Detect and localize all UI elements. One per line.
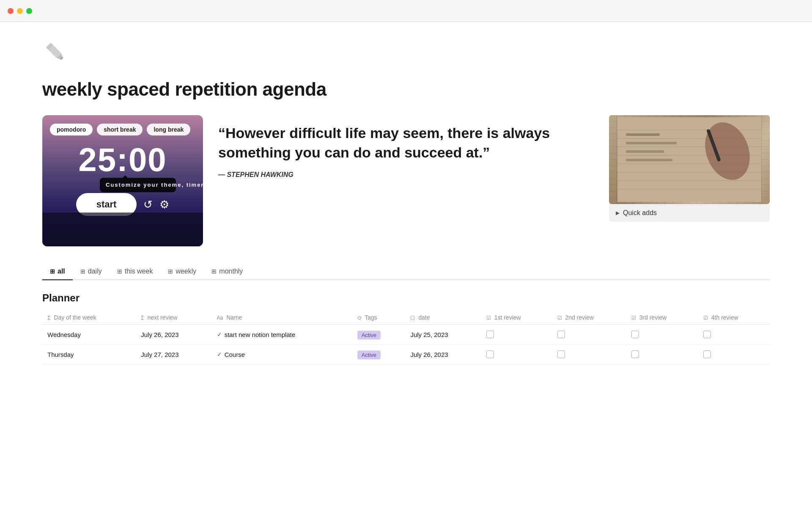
tab-monthly[interactable]: ⊞ monthly xyxy=(204,263,250,280)
pomodoro-settings-button[interactable]: ⚙ xyxy=(159,199,169,210)
svg-rect-14 xyxy=(626,142,677,144)
cell-name-2: ✓ Course xyxy=(212,345,352,364)
titlebar xyxy=(0,0,812,22)
col-next-review: Σ next review xyxy=(136,311,211,325)
tab-this-week-label: this week xyxy=(125,268,153,275)
cell-r2-2[interactable] xyxy=(552,345,626,364)
cell-tag-1: Active xyxy=(352,325,406,345)
col-date: ☐ date xyxy=(405,311,481,325)
quote-author: — STEPHEN HAWKING xyxy=(218,171,594,179)
svg-rect-15 xyxy=(626,150,664,153)
tag-active-1: Active xyxy=(357,331,381,340)
planner-section: Planner Σ Day of the week Σ next review … xyxy=(42,292,770,364)
cell-day-2: Thursday xyxy=(42,345,136,364)
col-name: Aa Name xyxy=(212,311,352,325)
table-row: Thursday July 27, 2023 ✓ Course Active J… xyxy=(42,345,770,364)
tab-all-icon: ⊞ xyxy=(50,268,55,275)
tab-pomodoro[interactable]: pomodoro xyxy=(50,124,93,135)
pomodoro-tabs: pomodoro short break long break xyxy=(42,115,203,135)
svg-rect-16 xyxy=(626,159,672,161)
cell-next-review-1: July 26, 2023 xyxy=(136,325,211,345)
cell-r1-2[interactable] xyxy=(481,345,552,364)
pen-icon-area xyxy=(42,39,770,66)
maximize-button[interactable] xyxy=(26,8,32,14)
tab-short-break[interactable]: short break xyxy=(97,124,143,135)
col-tags: ⊙ Tags xyxy=(352,311,406,325)
pomodoro-widget: pomodoro short break long break 25:00 Cu… xyxy=(42,115,203,246)
checkbox-r4-2[interactable] xyxy=(703,351,711,358)
tab-this-week-icon: ⊞ xyxy=(117,268,122,275)
cell-next-review-2: July 27, 2023 xyxy=(136,345,211,364)
image-area: ▶ Quick adds xyxy=(609,115,770,222)
tab-weekly-icon: ⊞ xyxy=(168,268,173,275)
pen-icon xyxy=(42,39,68,64)
col-day-of-week: Σ Day of the week xyxy=(42,311,136,325)
table-row: Wednesday July 26, 2023 ✓ start new noti… xyxy=(42,325,770,345)
svg-rect-13 xyxy=(626,133,660,136)
pomodoro-timer: 25:00 Customize your theme, timer, and m… xyxy=(42,143,203,176)
tab-weekly-label: weekly xyxy=(176,268,196,275)
pomodoro-tooltip: Customize your theme, timer, and more! xyxy=(100,178,176,192)
notebook-drawing xyxy=(617,117,761,202)
tab-weekly[interactable]: ⊞ weekly xyxy=(160,263,204,280)
col-3rd-review: ☑ 3rd review xyxy=(626,311,698,325)
checkbox-r3-1[interactable] xyxy=(631,331,639,338)
quick-adds-arrow: ▶ xyxy=(616,210,620,216)
planner-table: Σ Day of the week Σ next review Aa Name … xyxy=(42,311,770,364)
table-header-row: Σ Day of the week Σ next review Aa Name … xyxy=(42,311,770,325)
quote-text: “However difficult life may seem, there … xyxy=(218,124,594,163)
tab-monthly-label: monthly xyxy=(219,268,243,275)
quote-area: “However difficult life may seem, there … xyxy=(218,115,594,187)
minimize-button[interactable] xyxy=(17,8,23,14)
tag-active-2: Active xyxy=(357,351,381,359)
cell-r3-2[interactable] xyxy=(626,345,698,364)
check-icon-1: ✓ xyxy=(217,331,222,338)
col-4th-review: ☑ 4th review xyxy=(698,311,770,325)
tab-daily-icon: ⊞ xyxy=(80,268,85,275)
tabs-row: ⊞ all ⊞ daily ⊞ this week ⊞ weekly ⊞ mon… xyxy=(42,263,770,280)
cell-r4-1[interactable] xyxy=(698,325,770,345)
checkbox-r3-2[interactable] xyxy=(631,351,639,358)
col-1st-review: ☑ 1st review xyxy=(481,311,552,325)
col-2nd-review: ☑ 2nd review xyxy=(552,311,626,325)
planner-title: Planner xyxy=(42,292,770,304)
quick-adds[interactable]: ▶ Quick adds xyxy=(609,204,770,222)
name-text-2: Course xyxy=(225,351,245,358)
checkbox-r4-1[interactable] xyxy=(703,331,711,338)
close-button[interactable] xyxy=(8,8,14,14)
tab-all-label: all xyxy=(58,268,65,275)
main-content: weekly spaced repetition agenda pomodoro… xyxy=(0,22,812,381)
notebook-image-inner xyxy=(609,115,770,204)
checkbox-r1-1[interactable] xyxy=(486,331,494,338)
cell-r3-1[interactable] xyxy=(626,325,698,345)
pomodoro-cityscape xyxy=(42,213,203,246)
cell-r2-1[interactable] xyxy=(552,325,626,345)
notebook-image xyxy=(609,115,770,204)
tab-all[interactable]: ⊞ all xyxy=(42,263,73,280)
tab-monthly-icon: ⊞ xyxy=(211,268,217,275)
cell-day-1: Wednesday xyxy=(42,325,136,345)
cell-name-1: ✓ start new notion template xyxy=(212,325,352,345)
tab-long-break[interactable]: long break xyxy=(147,124,190,135)
cell-date-1: July 25, 2023 xyxy=(405,325,481,345)
cell-date-2: July 26, 2023 xyxy=(405,345,481,364)
tab-this-week[interactable]: ⊞ this week xyxy=(110,263,161,280)
page-title: weekly spaced repetition agenda xyxy=(42,79,770,100)
tab-daily[interactable]: ⊞ daily xyxy=(73,263,110,280)
checkbox-r2-1[interactable] xyxy=(557,331,565,338)
checkbox-r1-2[interactable] xyxy=(486,351,494,358)
checkbox-r2-2[interactable] xyxy=(557,351,565,358)
cell-r4-2[interactable] xyxy=(698,345,770,364)
name-text-1: start new notion template xyxy=(225,331,296,338)
check-icon-2: ✓ xyxy=(217,351,222,358)
pomodoro-reset-button[interactable]: ↺ xyxy=(143,199,153,210)
quick-adds-label: Quick adds xyxy=(623,209,657,217)
tab-daily-label: daily xyxy=(88,268,102,275)
cell-r1-1[interactable] xyxy=(481,325,552,345)
top-row: pomodoro short break long break 25:00 Cu… xyxy=(42,115,770,246)
cell-tag-2: Active xyxy=(352,345,406,364)
